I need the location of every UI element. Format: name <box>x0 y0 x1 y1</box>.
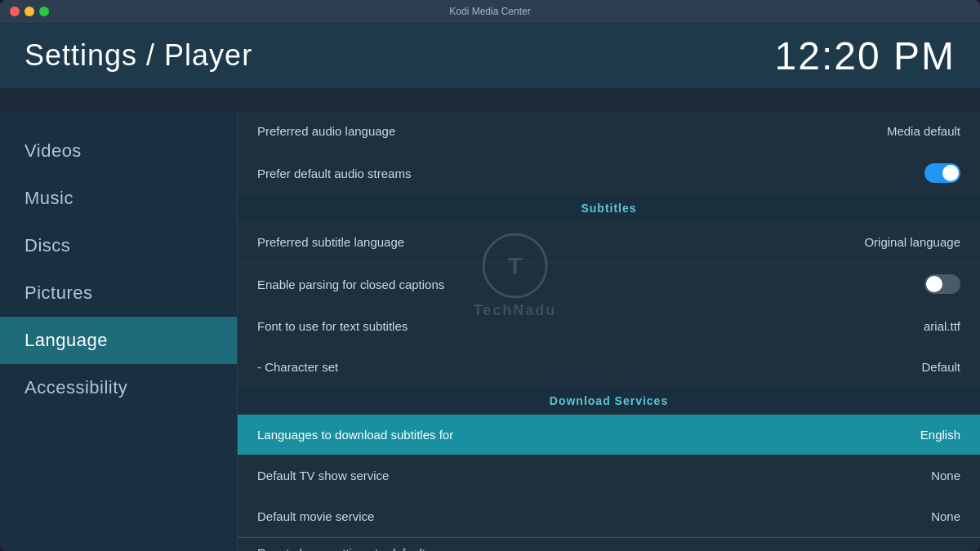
languages-download-subtitles-label: Languages to download subtitles for <box>257 428 453 442</box>
character-set-label: - Character set <box>257 360 338 374</box>
font-text-subtitles-row[interactable]: Font to use for text subtitles arial.ttf <box>238 306 980 347</box>
enable-closed-captions-label: Enable parsing for closed captions <box>257 278 444 291</box>
prefer-default-audio-row[interactable]: Prefer default audio streams <box>238 152 980 195</box>
sidebar: Videos Music Discs Pictures Language Acc… <box>0 111 237 551</box>
clock-display: 12:20 PM <box>775 33 956 78</box>
enable-closed-captions-toggle[interactable] <box>924 274 960 294</box>
download-services-section-header: Download Services <box>238 388 980 415</box>
header: Settings / Player 12:20 PM <box>0 23 980 88</box>
preferred-audio-language-value: Media default <box>887 124 960 138</box>
sidebar-item-accessibility[interactable]: Accessibility <box>0 364 237 411</box>
page-title: Settings / Player <box>24 38 252 73</box>
default-tv-show-service-value: None <box>931 469 960 482</box>
enable-closed-captions-row[interactable]: Enable parsing for closed captions <box>238 263 980 306</box>
toggle-thumb <box>942 165 959 181</box>
subtitles-section-header: Subtitles <box>238 195 980 222</box>
default-movie-service-value: None <box>931 509 960 523</box>
window-title: Kodi Media Center <box>449 6 530 17</box>
sidebar-item-music[interactable]: Music <box>0 175 237 222</box>
traffic-lights <box>10 7 49 16</box>
preferred-subtitle-language-label: Preferred subtitle language <box>257 235 404 249</box>
preferred-audio-language-label: Preferred audio language <box>257 124 395 138</box>
toggle-thumb-2 <box>926 276 942 292</box>
character-set-value: Default <box>921 360 960 374</box>
body-area: Videos Music Discs Pictures Language Acc… <box>0 111 980 551</box>
titlebar: Kodi Media Center <box>0 0 980 23</box>
close-button[interactable] <box>10 7 20 16</box>
app-window: Kodi Media Center Settings / Player 12:2… <box>0 0 980 551</box>
reset-settings-label: Reset above settings to default <box>257 546 425 551</box>
maximize-button[interactable] <box>39 7 49 16</box>
default-tv-show-service-label: Default TV show service <box>257 469 389 482</box>
preferred-subtitle-language-row[interactable]: Preferred subtitle language Original lan… <box>238 222 980 263</box>
minimize-button[interactable] <box>24 7 34 16</box>
languages-download-subtitles-value: English <box>920 428 960 442</box>
character-set-row[interactable]: - Character set Default <box>238 347 980 388</box>
default-movie-service-row[interactable]: Default movie service None <box>238 496 980 537</box>
preferred-subtitle-language-value: Original language <box>864 235 960 249</box>
font-text-subtitles-label: Font to use for text subtitles <box>257 319 408 333</box>
sidebar-item-videos[interactable]: Videos <box>0 127 237 175</box>
prefer-default-audio-toggle[interactable] <box>924 163 960 183</box>
sidebar-item-discs[interactable]: Discs <box>0 222 237 269</box>
languages-download-subtitles-row[interactable]: Languages to download subtitles for Engl… <box>238 415 980 455</box>
font-text-subtitles-value: arial.ttf <box>924 319 960 333</box>
default-tv-show-service-row[interactable]: Default TV show service None <box>238 455 980 496</box>
default-movie-service-label: Default movie service <box>257 509 374 523</box>
reset-settings-row[interactable]: Reset above settings to default <box>238 537 980 551</box>
sidebar-item-language[interactable]: Language <box>0 317 237 364</box>
preferred-audio-language-row[interactable]: Preferred audio language Media default <box>238 111 980 152</box>
sidebar-item-pictures[interactable]: Pictures <box>0 269 237 317</box>
prefer-default-audio-label: Prefer default audio streams <box>257 167 411 180</box>
settings-panel[interactable]: Preferred audio language Media default P… <box>237 111 980 551</box>
